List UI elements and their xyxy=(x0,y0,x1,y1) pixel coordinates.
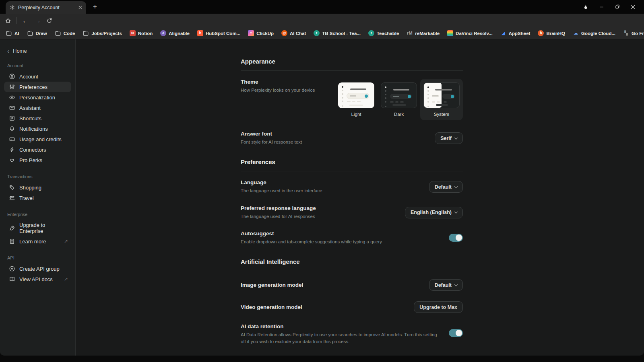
setting-title: Language xyxy=(241,179,322,185)
bookmark-label: TB School - Tea... xyxy=(322,31,361,36)
bookmark-item[interactable]: bBrainHQ xyxy=(538,30,565,36)
bookmark-item[interactable]: AI xyxy=(6,30,19,37)
setting-title: Theme xyxy=(241,79,315,85)
theme-label: Dark xyxy=(394,112,404,117)
folder-icon xyxy=(27,30,33,37)
bell-icon xyxy=(9,125,15,132)
bookmark-item[interactable]: aAlignable xyxy=(160,30,190,36)
setting-title: Video generation model xyxy=(241,304,302,310)
minimize-button[interactable] xyxy=(599,4,604,9)
bookmark-item[interactable]: DaVinci Resolv... xyxy=(447,30,493,36)
button-label: Upgrade to Max xyxy=(419,304,457,310)
image-model-dropdown[interactable]: Default xyxy=(429,279,463,291)
bookmark-label: AppSheet xyxy=(509,31,530,36)
sidebar-item-view-api-docs[interactable]: View API docs↗ xyxy=(4,274,71,284)
circle-dot-icon xyxy=(9,265,15,272)
answer-font-dropdown[interactable]: Serif xyxy=(435,132,463,144)
chevron-down-icon xyxy=(454,283,458,286)
bookmark-item[interactable]: NNotion xyxy=(130,30,153,36)
browser-tab[interactable]: Perplexity Account xyxy=(6,1,86,14)
sidebar-item-personalization[interactable]: Personalization xyxy=(4,92,71,103)
video-model-row: Video generation model Upgrade to Max xyxy=(241,301,463,313)
bookmark-item[interactable]: hHubSpot Com... xyxy=(197,30,240,36)
eye-icon xyxy=(9,94,15,101)
bookmark-label: Notion xyxy=(138,31,153,36)
language-row: Language The language used in the user i… xyxy=(241,179,463,194)
bookmark-item[interactable]: Draw xyxy=(27,30,47,37)
sidebar-section-label: Account xyxy=(0,63,75,68)
sidebar-item-label: Usage and credits xyxy=(19,136,62,142)
site-favicon: t xyxy=(368,30,374,36)
setting-title: Answer font xyxy=(241,131,302,137)
bookmark-item[interactable]: ☁Google Cloud... xyxy=(573,30,615,36)
language-dropdown[interactable]: Default xyxy=(429,181,463,193)
folder-icon xyxy=(83,30,89,37)
upgrade-to-max-button[interactable]: Upgrade to Max xyxy=(414,301,463,313)
bookmark-item[interactable]: ▚Go Fractional xyxy=(623,30,644,36)
new-tab-button[interactable]: + xyxy=(91,3,99,11)
sidebar-item-label: Notifications xyxy=(19,126,48,132)
sidebar-item-shopping[interactable]: Shopping xyxy=(4,182,71,193)
section-preferences: Preferences Language The language used i… xyxy=(241,158,463,245)
theme-preview-light xyxy=(338,82,374,108)
bookmark-label: Teachable xyxy=(377,31,399,36)
sidebar-item-shortcuts[interactable]: Shortcuts xyxy=(4,113,71,123)
section-heading: Appearance xyxy=(241,58,463,65)
sidebar-item-usage-and-credits[interactable]: Usage and credits xyxy=(4,134,71,144)
home-icon[interactable] xyxy=(5,17,11,24)
bookmark-item[interactable]: @AI Chat xyxy=(281,30,306,36)
close-window-button[interactable] xyxy=(631,5,635,9)
sidebar-item-account[interactable]: Account xyxy=(4,71,71,82)
sidebar-home-link[interactable]: ‹ Home xyxy=(0,47,75,54)
heart-icon xyxy=(9,157,15,163)
maximize-button[interactable] xyxy=(615,4,620,9)
sidebar-item-label: Connectors xyxy=(19,147,46,153)
sidebar-item-upgrade-to-enterprise[interactable]: Upgrade to Enterprise xyxy=(4,220,71,236)
sidebar-item-assistant[interactable]: Assistant xyxy=(4,103,71,113)
sidebar-item-notifications[interactable]: Notifications xyxy=(4,123,71,134)
flame-icon[interactable] xyxy=(583,4,588,10)
theme-option-light[interactable]: Light xyxy=(335,79,378,120)
sidebar-item-connectors[interactable]: Connectors xyxy=(4,144,71,155)
sidebar-item-create-api-group[interactable]: Create API group xyxy=(4,263,71,274)
sidebar-item-pro-perks[interactable]: Pro Perks xyxy=(4,155,71,165)
chevron-down-icon xyxy=(454,210,458,213)
theme-option-dark[interactable]: Dark xyxy=(378,79,420,120)
bookmark-item[interactable]: ^ClickUp xyxy=(248,30,274,36)
plane-icon xyxy=(9,195,15,201)
sidebar-item-label: Upgrade to Enterprise xyxy=(19,222,68,234)
autosuggest-row: Autosuggest Enable dropdown and tab-comp… xyxy=(241,230,463,245)
bookmark-item[interactable]: ◢AppSheet xyxy=(500,30,530,36)
bookmark-item[interactable]: tTB School - Tea... xyxy=(314,30,361,36)
bookmark-label: Draw xyxy=(36,31,47,36)
forward-button[interactable]: → xyxy=(34,17,41,24)
tab-close-icon[interactable] xyxy=(78,6,82,9)
back-button[interactable]: ← xyxy=(22,17,29,24)
bookmark-item[interactable]: rMreMarkable xyxy=(407,30,440,36)
dropdown-value: Serif xyxy=(440,136,452,141)
bookmark-item[interactable]: tTeachable xyxy=(368,30,399,36)
sidebar-item-label: Shopping xyxy=(19,185,41,191)
browser-toolbar: ← → www.perplexity.ai xyxy=(0,14,644,27)
autosuggest-toggle[interactable] xyxy=(449,234,463,242)
data-retention-toggle[interactable] xyxy=(449,329,463,337)
sidebar-item-travel[interactable]: Travel xyxy=(4,193,71,203)
answer-font-row: Answer font Font style for AI response t… xyxy=(241,131,463,146)
sidebar-item-label: Preferences xyxy=(19,84,47,90)
bookmark-label: reMarkable xyxy=(415,31,440,36)
site-favicon: h xyxy=(197,30,203,36)
bookmarks-bar: AIDrawCodeJobs/ProjectsNNotionaAlignable… xyxy=(0,27,644,39)
site-favicon: a xyxy=(160,30,166,36)
sliders-icon xyxy=(9,84,15,90)
response-language-dropdown[interactable]: English (English) xyxy=(405,207,463,218)
site-favicon: t xyxy=(314,30,320,36)
bookmark-item[interactable]: Code xyxy=(55,30,75,37)
theme-label: Light xyxy=(351,112,361,117)
sidebar-item-preferences[interactable]: Preferences xyxy=(4,82,71,92)
bookmark-item[interactable]: Jobs/Projects xyxy=(83,30,122,37)
folder-icon xyxy=(6,30,12,37)
theme-option-system[interactable]: System xyxy=(420,79,463,120)
settings-main: Appearance Theme How Perplexity looks on… xyxy=(76,39,644,356)
sidebar-item-learn-more[interactable]: Learn more↗ xyxy=(4,236,71,247)
reload-icon[interactable] xyxy=(46,18,52,24)
